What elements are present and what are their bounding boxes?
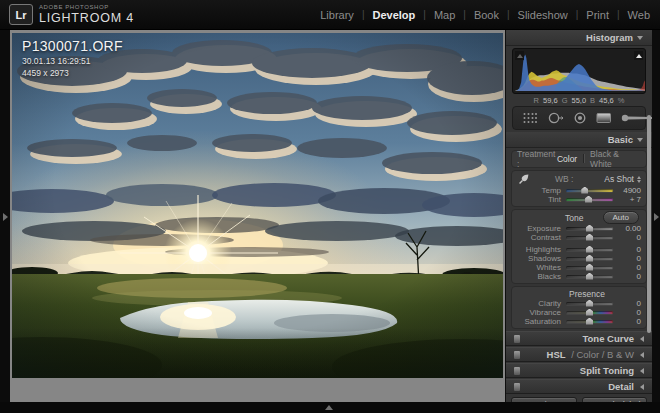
module-slideshow[interactable]: Slideshow [518, 9, 568, 21]
brand-text: ADOBE PHOTOSHOP LIGHTROOM 4 [39, 4, 134, 25]
contrast-slider-track[interactable] [566, 236, 613, 239]
panel-solo-toggle-icon[interactable] [514, 367, 520, 375]
blacks-value[interactable]: 0 [618, 272, 641, 281]
tint-slider-track[interactable] [566, 198, 613, 201]
contrast-value[interactable]: 0 [618, 233, 641, 242]
tone-label: Tone [565, 213, 583, 223]
red-eye-icon[interactable] [573, 111, 587, 125]
photo-image [12, 33, 503, 378]
module-library[interactable]: Library [320, 9, 354, 21]
panel-split-toning[interactable]: Split Toning [506, 363, 652, 378]
right-panel-strip[interactable] [652, 30, 660, 402]
b-value: 45,6 [599, 96, 614, 105]
histogram-panel-header[interactable]: Histogram [506, 30, 652, 46]
highlight-clipping-indicator[interactable] [634, 51, 643, 60]
slider-whites: Whites 0 [517, 263, 641, 272]
left-panel-expand-arrow-icon[interactable] [3, 213, 8, 221]
crop-overlay-icon[interactable] [522, 111, 538, 125]
contrast-slider-thumb[interactable] [586, 234, 593, 241]
treatment-divider [583, 154, 584, 163]
highlights-slider-thumb[interactable] [586, 246, 593, 253]
module-web[interactable]: Web [628, 9, 650, 21]
temp-slider-track[interactable] [566, 189, 613, 192]
tint-value[interactable]: + 7 [618, 195, 641, 204]
panel-hsl-color-bw[interactable]: HSL / Color / B & W [506, 347, 652, 362]
graduated-filter-icon[interactable] [596, 111, 612, 125]
module-print[interactable]: Print [586, 9, 609, 21]
expand-arrow-icon[interactable] [640, 336, 644, 342]
wb-eyedropper-icon[interactable] [517, 172, 531, 186]
expand-arrow-icon[interactable] [640, 368, 644, 374]
detail-title: Detail [608, 381, 634, 392]
lr-logo-icon: Lr [9, 4, 33, 25]
clarity-slider-track[interactable] [566, 302, 613, 305]
saturation-value[interactable]: 0 [618, 317, 641, 326]
exposure-slider-track[interactable] [566, 227, 613, 230]
content-area: P1300071.ORF 30.01.13 16:29:51 4459 x 29… [10, 30, 505, 402]
blacks-slider-track[interactable] [566, 275, 613, 278]
auto-tone-button[interactable]: Auto [603, 211, 639, 224]
treatment-group: Treatment : Color Black & White [511, 150, 647, 168]
basic-panel-header[interactable]: Basic [506, 132, 652, 148]
saturation-slider-track[interactable] [566, 320, 613, 323]
whites-value[interactable]: 0 [618, 263, 641, 272]
histogram-display[interactable] [512, 48, 646, 94]
module-develop[interactable]: Develop [372, 9, 415, 21]
filmstrip-expand-arrow-icon[interactable] [325, 405, 333, 410]
right-panel-collapse-arrow-icon[interactable] [654, 213, 659, 221]
tone-header: Tone Auto [517, 211, 641, 224]
shadow-clipping-indicator[interactable] [515, 51, 524, 60]
slider-label: Temp [517, 186, 561, 195]
highlights-value[interactable]: 0 [618, 245, 641, 254]
treatment-color-option[interactable]: Color [557, 154, 577, 164]
clarity-slider-thumb[interactable] [586, 300, 593, 307]
highlights-slider-track[interactable] [566, 248, 613, 251]
shadow-clipping-icon [517, 54, 523, 58]
panel-tone-curve[interactable]: Tone Curve [506, 331, 652, 346]
slider-label: Saturation [517, 317, 561, 326]
shadows-slider-track[interactable] [566, 257, 613, 260]
tone-group: Tone Auto Exposure 0.00 Contrast 0 Highl… [511, 209, 647, 284]
clarity-value[interactable]: 0 [618, 299, 641, 308]
module-picker: Library | Develop | Map | Book | Slidesh… [320, 9, 660, 21]
exposure-slider-thumb[interactable] [586, 225, 593, 232]
collapse-arrow-icon[interactable] [637, 138, 643, 142]
panel-detail[interactable]: Detail [506, 379, 652, 394]
module-map[interactable]: Map [434, 9, 455, 21]
presence-label: Presence [569, 289, 605, 299]
panel-solo-toggle-icon[interactable] [514, 383, 520, 391]
panel-scrollbar[interactable] [647, 115, 651, 333]
product-name: LIGHTROOM 4 [39, 12, 134, 25]
whites-slider-thumb[interactable] [586, 264, 593, 271]
shadows-value[interactable]: 0 [618, 254, 641, 263]
blacks-slider-thumb[interactable] [586, 273, 593, 280]
exposure-value[interactable]: 0.00 [618, 224, 641, 233]
histogram-chart [515, 51, 646, 91]
shadows-slider-thumb[interactable] [586, 255, 593, 262]
vibrance-slider-thumb[interactable] [586, 309, 593, 316]
expand-arrow-icon[interactable] [640, 384, 644, 390]
panel-solo-toggle-icon[interactable] [514, 335, 520, 343]
collapse-arrow-icon[interactable] [637, 36, 643, 40]
vibrance-value[interactable]: 0 [618, 308, 641, 317]
tint-slider-thumb[interactable] [585, 196, 592, 203]
spot-removal-icon[interactable] [547, 111, 564, 125]
temp-slider-thumb[interactable] [581, 187, 588, 194]
expand-arrow-icon[interactable] [640, 352, 644, 358]
module-separator: | [362, 9, 365, 20]
slider-vibrance: Vibrance 0 [517, 308, 641, 317]
panel-solo-toggle-icon[interactable] [514, 351, 520, 359]
slider-saturation: Saturation 0 [517, 317, 641, 326]
vibrance-slider-track[interactable] [566, 311, 613, 314]
saturation-slider-thumb[interactable] [586, 318, 593, 325]
filmstrip-collapsed-bar[interactable] [0, 402, 660, 413]
wb-preset-select[interactable]: As Shot [604, 174, 641, 184]
left-panel-strip[interactable] [0, 30, 10, 402]
photo-canvas[interactable]: P1300071.ORF 30.01.13 16:29:51 4459 x 29… [12, 33, 503, 378]
treatment-bw-option[interactable]: Black & White [590, 149, 641, 169]
photo-info-overlay: P1300071.ORF 30.01.13 16:29:51 4459 x 29… [22, 38, 123, 78]
wb-label: WB : [555, 174, 573, 184]
module-book[interactable]: Book [474, 9, 499, 21]
temp-value[interactable]: 4900 [618, 186, 641, 195]
whites-slider-track[interactable] [566, 266, 613, 269]
